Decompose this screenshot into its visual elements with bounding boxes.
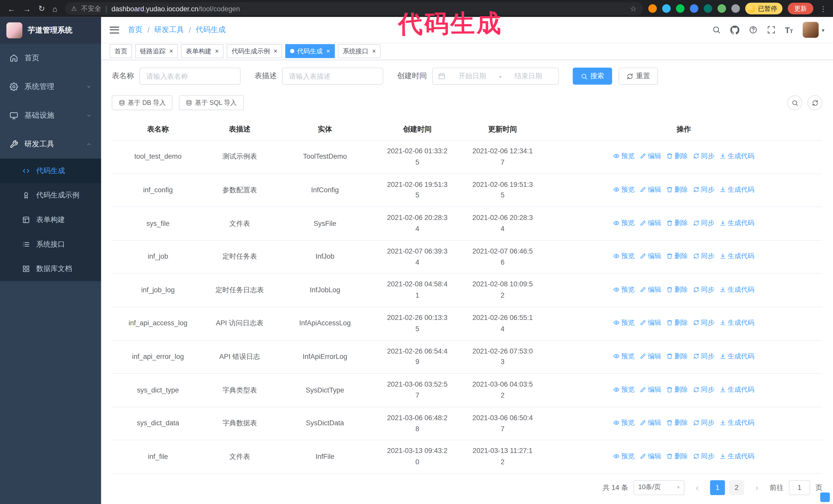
toggle-search-button[interactable] xyxy=(787,95,802,110)
sync-link[interactable]: 同步 xyxy=(693,384,714,395)
page-size-select[interactable]: 10条/页 ▾ xyxy=(633,480,684,495)
preview-link[interactable]: 预览 xyxy=(613,217,635,228)
edit-link[interactable]: 编辑 xyxy=(640,251,661,262)
tab-代码生成示例[interactable]: 代码生成示例× xyxy=(227,44,282,58)
generate-code-link[interactable]: 生成代码 xyxy=(720,251,754,262)
reload-icon[interactable]: ↻ xyxy=(39,4,45,13)
font-size-icon[interactable]: TT xyxy=(785,26,793,34)
sync-link[interactable]: 同步 xyxy=(693,251,714,262)
blue-square-extension-icon[interactable] xyxy=(690,4,698,13)
breadcrumb-item[interactable]: 首页 xyxy=(128,25,143,34)
generate-code-link[interactable]: 生成代码 xyxy=(720,217,754,228)
edit-link[interactable]: 编辑 xyxy=(640,317,661,328)
generate-code-link[interactable]: 生成代码 xyxy=(720,184,754,195)
preview-link[interactable]: 预览 xyxy=(613,251,635,262)
sidebar-item-gear[interactable]: 系统管理 xyxy=(0,72,101,101)
green-leaf-extension-icon[interactable] xyxy=(717,4,726,13)
prev-page-button[interactable]: ‹ xyxy=(690,480,705,495)
sync-link[interactable]: 同步 xyxy=(693,184,714,195)
delete-link[interactable]: 删除 xyxy=(666,184,688,195)
preview-link[interactable]: 预览 xyxy=(613,317,635,328)
preview-link[interactable]: 预览 xyxy=(613,384,635,395)
paused-extension-chip[interactable]: 已暂停 xyxy=(745,3,782,14)
forward-icon[interactable]: → xyxy=(23,4,31,13)
preview-link[interactable]: 预览 xyxy=(613,351,635,361)
sidebar-toggle-icon[interactable] xyxy=(110,26,119,33)
sync-link[interactable]: 同步 xyxy=(693,417,714,428)
delete-link[interactable]: 删除 xyxy=(666,317,688,328)
edit-link[interactable]: 编辑 xyxy=(640,217,661,228)
delete-link[interactable]: 删除 xyxy=(666,151,688,162)
delete-link[interactable]: 删除 xyxy=(666,284,688,295)
edit-link[interactable]: 编辑 xyxy=(640,417,661,428)
goto-page-input[interactable] xyxy=(789,480,810,495)
green-check-extension-icon[interactable] xyxy=(676,4,684,13)
address-bar[interactable]: ⚠ 不安全 | dashboard.yudao.iocoder.cn/tool/… xyxy=(65,2,643,15)
sync-link[interactable]: 同步 xyxy=(693,151,714,162)
edit-link[interactable]: 编辑 xyxy=(640,351,661,361)
generate-code-link[interactable]: 生成代码 xyxy=(720,351,754,361)
tab-首页[interactable]: 首页 xyxy=(110,44,132,58)
delete-link[interactable]: 删除 xyxy=(666,417,688,428)
puzzle-extension-icon[interactable] xyxy=(731,4,740,13)
breadcrumb-item[interactable]: 代码生成 xyxy=(196,25,225,34)
browser-menu-icon[interactable]: ⋮ xyxy=(819,5,828,13)
tab-系统接口[interactable]: 系统接口× xyxy=(338,44,381,58)
tab-close-icon[interactable]: × xyxy=(215,48,219,54)
tab-close-icon[interactable]: × xyxy=(372,48,376,54)
tab-表单构建[interactable]: 表单构建× xyxy=(181,44,223,58)
preview-link[interactable]: 预览 xyxy=(613,184,635,195)
app-logo[interactable]: 芋道管理系统 xyxy=(0,17,101,44)
sidebar-subitem-form[interactable]: 表单构建 xyxy=(0,208,101,232)
generate-code-link[interactable]: 生成代码 xyxy=(720,284,754,295)
edit-link[interactable]: 编辑 xyxy=(640,451,661,461)
sidebar-subitem-db[interactable]: 数据库文档 xyxy=(0,257,101,281)
import-sql-button[interactable]: 基于 SQL 导入 xyxy=(179,95,243,110)
sidebar-item-tools[interactable]: 研发工具 xyxy=(0,130,101,159)
sync-link[interactable]: 同步 xyxy=(693,351,714,361)
orange-extension-icon[interactable] xyxy=(648,4,657,13)
github-icon[interactable] xyxy=(730,25,739,34)
generate-code-link[interactable]: 生成代码 xyxy=(720,151,754,162)
page-button-1[interactable]: 1 xyxy=(710,480,725,495)
browser-update-button[interactable]: 更新 xyxy=(788,3,813,14)
teal-extension-icon[interactable] xyxy=(704,4,712,13)
generate-code-link[interactable]: 生成代码 xyxy=(720,384,754,395)
preview-link[interactable]: 预览 xyxy=(613,451,635,461)
sidebar-item-dashboard[interactable]: 首页 xyxy=(0,44,101,72)
search-button[interactable]: 搜索 xyxy=(573,68,612,85)
home-icon[interactable]: ⌂ xyxy=(52,4,57,13)
edit-link[interactable]: 编辑 xyxy=(640,184,661,195)
breadcrumb-item[interactable]: 研发工具 xyxy=(154,25,184,34)
delete-link[interactable]: 删除 xyxy=(666,451,688,461)
edit-link[interactable]: 编辑 xyxy=(640,151,661,162)
date-range-picker[interactable]: 开始日期 - 结束日期 xyxy=(432,68,559,85)
edit-link[interactable]: 编辑 xyxy=(640,284,661,295)
sync-link[interactable]: 同步 xyxy=(693,217,714,228)
page-button-2[interactable]: 2 xyxy=(729,480,744,495)
generate-code-link[interactable]: 生成代码 xyxy=(720,417,754,428)
sidebar-subitem-api[interactable]: 系统接口 xyxy=(0,232,101,257)
fullscreen-icon[interactable] xyxy=(767,26,775,34)
import-db-button[interactable]: 基于 DB 导入 xyxy=(112,95,172,110)
refresh-table-button[interactable] xyxy=(807,95,822,110)
floating-button[interactable] xyxy=(820,493,830,502)
blue-drop-extension-icon[interactable] xyxy=(662,4,670,13)
delete-link[interactable]: 删除 xyxy=(666,251,688,262)
sync-link[interactable]: 同步 xyxy=(693,284,714,295)
tab-close-icon[interactable]: × xyxy=(169,48,173,54)
preview-link[interactable]: 预览 xyxy=(613,284,635,295)
tab-close-icon[interactable]: × xyxy=(326,48,330,54)
sidebar-item-infra[interactable]: 基础设施 xyxy=(0,101,101,130)
sync-link[interactable]: 同步 xyxy=(693,451,714,461)
back-icon[interactable]: ← xyxy=(7,4,15,13)
user-menu[interactable]: ▾ xyxy=(803,22,825,38)
sync-link[interactable]: 同步 xyxy=(693,317,714,328)
sidebar-subitem-example[interactable]: 代码生成示例 xyxy=(0,183,101,208)
generate-code-link[interactable]: 生成代码 xyxy=(720,451,754,461)
next-page-button[interactable]: › xyxy=(749,480,764,495)
generate-code-link[interactable]: 生成代码 xyxy=(720,317,754,328)
edit-link[interactable]: 编辑 xyxy=(640,384,661,395)
delete-link[interactable]: 删除 xyxy=(666,384,688,395)
tab-close-icon[interactable]: × xyxy=(273,48,277,54)
